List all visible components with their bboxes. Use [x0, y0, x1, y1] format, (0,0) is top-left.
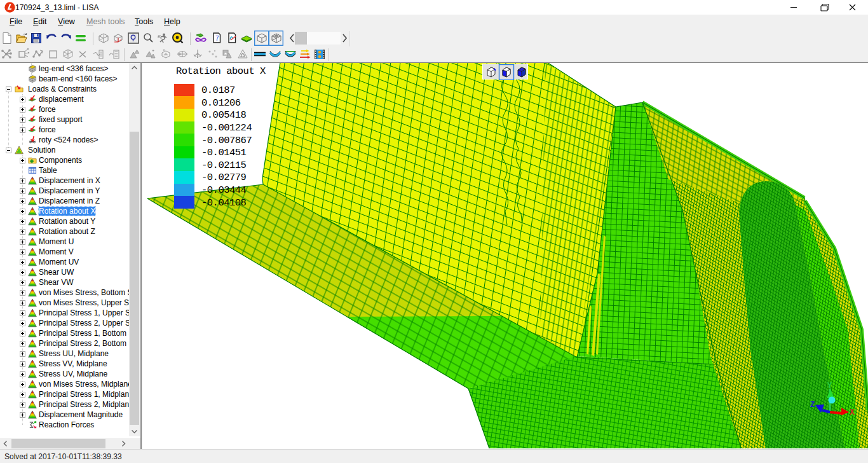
- svg-text:X: X: [850, 408, 855, 417]
- svg-text:Z: Z: [810, 400, 815, 410]
- svg-text:7: 7: [215, 35, 219, 42]
- svg-text:Y: Y: [827, 382, 832, 390]
